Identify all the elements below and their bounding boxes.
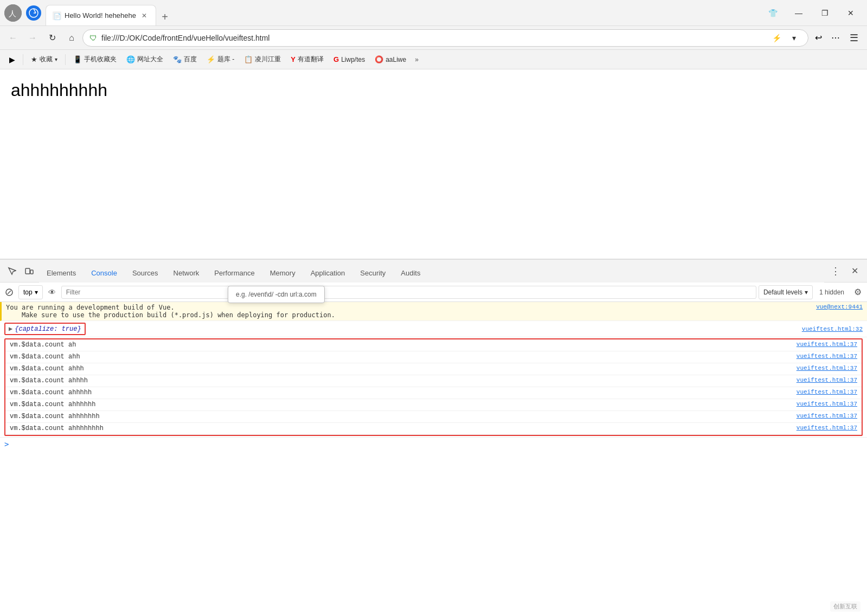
eye-button[interactable]: 👁 — [45, 285, 59, 299]
lightning-icon[interactable]: ⚡ — [769, 30, 784, 46]
bookmark-item-shoucang[interactable]: ★ 收藏 ▾ — [27, 53, 62, 67]
active-tab[interactable]: 📄 Hello World! hehehehe ✕ — [46, 5, 156, 25]
filter-input[interactable] — [61, 286, 756, 299]
tab-network[interactable]: Network — [166, 264, 207, 283]
console-msg-1: vm.$data.count ahh — [10, 353, 792, 361]
console-msg-warning: You are running a development build of V… — [6, 304, 812, 319]
context-value: top — [23, 288, 33, 296]
avatar: 人 — [4, 4, 22, 22]
console-row-1: vm.$data.count ahh vueiftest.html:37 — [5, 351, 862, 363]
tab-application[interactable]: Application — [303, 264, 353, 283]
console-row-0: vm.$data.count ah vueiftest.html:37 — [5, 339, 862, 351]
expand-arrow[interactable]: ▶ — [9, 325, 12, 333]
tab-elements[interactable]: Elements — [39, 264, 84, 283]
clear-console-button[interactable] — [2, 285, 16, 299]
bookmark-label-yd: 有道翻译 — [298, 55, 324, 64]
refresh-button[interactable]: ↻ — [43, 29, 61, 47]
menu-button[interactable]: ☰ — [845, 29, 863, 47]
close-devtools-button[interactable]: ✕ — [847, 261, 863, 281]
console-msg-6: vm.$data.count ahhhhhhh — [10, 413, 792, 420]
mobile-icon: 📱 — [73, 55, 82, 63]
element-picker-button[interactable] — [4, 264, 20, 279]
console-link-32[interactable]: vueiftest.html:32 — [802, 326, 863, 332]
globe-icon: 🌐 — [126, 55, 135, 63]
separator — [23, 54, 23, 65]
svg-line-10 — [8, 291, 11, 294]
bookmark-item-aalive[interactable]: ⭕ aaLiwe — [370, 53, 410, 67]
levels-arrow: ▾ — [805, 288, 808, 296]
bookmark-item-lcjh[interactable]: 📋 凌川江重 — [240, 53, 285, 67]
bookmark-item-tiku[interactable]: ⚡ 题库 - — [202, 53, 239, 67]
console-link-37-5[interactable]: vueiftest.html:37 — [797, 401, 857, 407]
titlebar: 人 📄 Hello World! hehehehe ✕ + 👕 — ❐ ✕ — [0, 0, 867, 26]
console-input[interactable] — [12, 440, 863, 448]
console-link-37-7[interactable]: vueiftest.html:37 — [797, 425, 857, 431]
console-msg-2: vm.$data.count ahhh — [10, 365, 792, 373]
new-tab-button[interactable]: + — [156, 8, 174, 25]
console-msg-5: vm.$data.count ahhhhhh — [10, 401, 792, 408]
console-msg-0: vm.$data.count ah — [10, 341, 792, 349]
bookmark-item-youdao[interactable]: Y 有道翻译 — [286, 53, 328, 67]
forward-button[interactable]: → — [24, 29, 41, 47]
bookmarks-toggle[interactable]: ▶ — [4, 52, 20, 67]
back-button[interactable]: ← — [4, 29, 22, 47]
bookmark-item-liwp[interactable]: G Liwp/tes — [329, 53, 369, 67]
lightning-bk-icon: ⚡ — [207, 55, 215, 63]
close-button[interactable]: ✕ — [839, 4, 863, 22]
context-dropdown-icon: ▾ — [35, 288, 38, 296]
devtools-tabs: Elements Console Sources Network Perform… — [39, 260, 824, 283]
undo-button[interactable]: ↩ — [811, 30, 826, 46]
minimize-button[interactable]: — — [787, 4, 811, 22]
console-link-37-0[interactable]: vueiftest.html:37 — [797, 341, 857, 348]
console-input-row: > — [0, 437, 867, 451]
device-toggle-button[interactable] — [22, 264, 37, 279]
redo-button[interactable]: ⋯ — [828, 30, 843, 46]
console-link-37-1[interactable]: vueiftest.html:37 — [797, 353, 857, 360]
tab-sources[interactable]: Sources — [125, 264, 166, 283]
console-row-4: vm.$data.count ahhhhh vueiftest.html:37 — [5, 387, 862, 399]
console-link-37-2[interactable]: vueiftest.html:37 — [797, 365, 857, 371]
addressbar: ← → ↻ ⌂ 🛡 file:///D:/OK/Code/frontEnd/vu… — [0, 26, 867, 50]
console-link-vue[interactable]: vue@next:9441 — [816, 304, 863, 310]
youdao-icon: Y — [291, 55, 296, 63]
restore-button[interactable]: ❐ — [813, 4, 837, 22]
console-settings-button[interactable]: ⚙ — [851, 285, 865, 299]
console-msg-object: ▶ {captalize: true} — [4, 323, 798, 335]
bookmark-label-bd: 百度 — [184, 55, 197, 64]
bookmark-label-wz: 网址大全 — [137, 55, 163, 64]
tab-memory[interactable]: Memory — [262, 264, 303, 283]
bookmark-item-wangzhi[interactable]: 🌐 网址大全 — [122, 53, 168, 67]
tab-console[interactable]: Console — [84, 264, 125, 283]
tab-close-button[interactable]: ✕ — [139, 11, 149, 21]
url-text: file:///D:/OK/Code/frontEnd/vueHello/vue… — [101, 34, 760, 42]
tab-audits[interactable]: Audits — [393, 264, 428, 283]
bookmark-item-baidu[interactable]: 🐾 百度 — [169, 53, 201, 67]
context-selector[interactable]: top ▾ — [18, 285, 43, 299]
bookmark-label-lcjh: 凌川江重 — [255, 55, 281, 64]
page-heading: ahhhhhhhhh — [11, 80, 856, 100]
console-link-37-6[interactable]: vueiftest.html:37 — [797, 413, 857, 419]
home-button[interactable]: ⌂ — [63, 29, 80, 47]
more-tabs-button[interactable]: ⋮ — [826, 261, 845, 281]
console-link-37-3[interactable]: vueiftest.html:37 — [797, 377, 857, 383]
tab-security[interactable]: Security — [352, 264, 393, 283]
devtools-toolbar: Elements Console Sources Network Perform… — [0, 260, 867, 283]
shirt-icon: 👕 — [761, 4, 785, 22]
address-box[interactable]: 🛡 file:///D:/OK/Code/frontEnd/vueHello/v… — [82, 29, 808, 47]
tab-performance[interactable]: Performance — [207, 264, 262, 283]
tab-strip: 📄 Hello World! hehehehe ✕ + — [46, 0, 756, 25]
watermark: 创新互联 — [830, 601, 860, 612]
address-dropdown[interactable]: ▾ — [786, 30, 801, 46]
bookmark-item-mobile[interactable]: 📱 手机收藏夹 — [69, 53, 121, 67]
console-row-warning: You are running a development build of V… — [0, 302, 867, 321]
console-link-37-4[interactable]: vueiftest.html:37 — [797, 389, 857, 395]
hidden-count: 1 hidden — [815, 288, 849, 296]
console-msg-7: vm.$data.count ahhhhhhhh — [10, 425, 792, 432]
console-row-object: ▶ {captalize: true} vueiftest.html:32 — [0, 321, 867, 337]
console-toolbar: top ▾ 👁 e.g. /event\d/ -cdn url:a.com De… — [0, 283, 867, 302]
levels-selector[interactable]: Default levels ▾ — [759, 285, 813, 299]
security-icon: 🛡 — [89, 34, 97, 42]
window-controls: 👕 — ❐ ✕ — [761, 4, 863, 22]
bookmark-label-tk: 题库 - — [217, 55, 234, 64]
bookmarks-more[interactable]: » — [412, 55, 422, 65]
